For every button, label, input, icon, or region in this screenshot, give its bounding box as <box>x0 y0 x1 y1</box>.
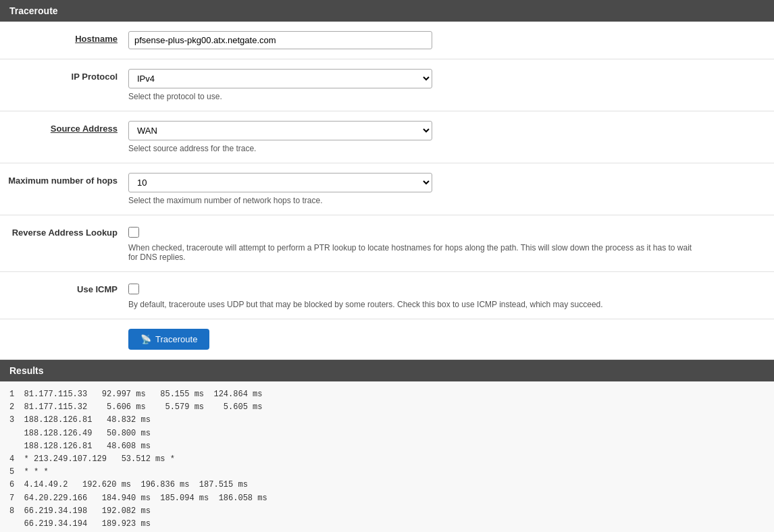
max-hops-content: 5 10 15 20 25 30 Select the maximum numb… <box>128 173 774 205</box>
source-address-row: Source Address WAN LAN Any Select source… <box>0 111 774 163</box>
reverse-lookup-label: Reverse Address Lookup <box>0 225 128 238</box>
use-icmp-content: By default, traceroute uses UDP but that… <box>128 282 774 309</box>
form-area: Hostname IP Protocol IPv4 IPv6 Select th… <box>0 22 774 319</box>
results-title: Results <box>0 360 774 381</box>
source-address-content: WAN LAN Any Select source address for th… <box>128 121 774 153</box>
traceroute-button-label: Traceroute <box>155 334 197 344</box>
use-icmp-help: By default, traceroute uses UDP but that… <box>128 300 702 309</box>
result-line: 1 81.177.115.33 92.997 ms 85.155 ms 124.… <box>9 388 765 401</box>
reverse-lookup-row: Reverse Address Lookup When checked, tra… <box>0 215 774 272</box>
result-line: 5 * * * <box>9 466 765 479</box>
result-line: 7 64.20.229.166 184.940 ms 185.094 ms 18… <box>9 492 765 505</box>
source-address-label: Source Address <box>0 121 128 134</box>
button-row: 📡 Traceroute <box>0 319 774 360</box>
result-line: 8 66.219.34.198 192.082 ms <box>9 505 765 518</box>
ip-protocol-label: IP Protocol <box>0 69 128 82</box>
ip-protocol-row: IP Protocol IPv4 IPv6 Select the protoco… <box>0 59 774 111</box>
result-line: 3 188.128.126.81 48.832 ms <box>9 414 765 427</box>
max-hops-help: Select the maximum number of network hop… <box>128 196 767 205</box>
result-line: 4 * 213.249.107.129 53.512 ms * <box>9 453 765 466</box>
reverse-lookup-checkbox[interactable] <box>128 227 139 238</box>
use-icmp-row: Use ICMP By default, traceroute uses UDP… <box>0 272 774 319</box>
ip-protocol-select[interactable]: IPv4 IPv6 <box>128 69 432 88</box>
source-address-help: Select source address for the trace. <box>128 144 767 153</box>
hostname-content <box>128 31 774 49</box>
page-title: Traceroute <box>0 0 774 22</box>
reverse-lookup-help: When checked, traceroute will attempt to… <box>128 243 702 262</box>
hostname-input[interactable] <box>128 31 432 49</box>
max-hops-select[interactable]: 5 10 15 20 25 30 <box>128 173 432 192</box>
use-icmp-checkbox[interactable] <box>128 284 139 294</box>
traceroute-button[interactable]: 📡 Traceroute <box>128 329 209 350</box>
result-line: 188.128.126.81 48.608 ms <box>9 440 765 453</box>
result-line: 188.128.126.49 50.800 ms <box>9 427 765 440</box>
max-hops-label: Maximum number of hops <box>0 173 128 186</box>
result-line: 6 4.14.49.2 192.620 ms 196.836 ms 187.51… <box>9 479 765 491</box>
ip-protocol-help: Select the protocol to use. <box>128 92 767 101</box>
hostname-label: Hostname <box>0 31 128 44</box>
result-line: 2 81.177.115.32 5.606 ms 5.579 ms 5.605 … <box>9 401 765 414</box>
hostname-row: Hostname <box>0 22 774 59</box>
ip-protocol-content: IPv4 IPv6 Select the protocol to use. <box>128 69 774 101</box>
traceroute-icon: 📡 <box>140 334 151 344</box>
reverse-lookup-content: When checked, traceroute will attempt to… <box>128 225 774 262</box>
page-container: Traceroute Hostname IP Protocol IPv4 IPv… <box>0 0 774 532</box>
result-line: 66.219.34.194 189.923 ms <box>9 518 765 531</box>
use-icmp-label: Use ICMP <box>0 282 128 294</box>
results-content: 1 81.177.115.33 92.997 ms 85.155 ms 124.… <box>0 381 774 532</box>
source-address-select[interactable]: WAN LAN Any <box>128 121 432 140</box>
max-hops-row: Maximum number of hops 5 10 15 20 25 30 … <box>0 163 774 215</box>
